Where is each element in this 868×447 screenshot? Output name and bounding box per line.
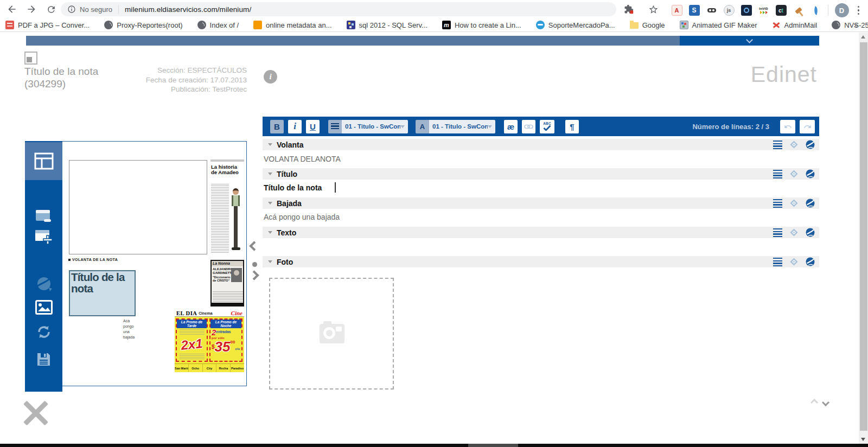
layers-icon[interactable]: [789, 199, 799, 208]
scrollbar-thumb[interactable]: [860, 42, 867, 431]
collapse-triangle-icon[interactable]: [268, 260, 272, 263]
bookmark-item[interactable]: AdminMail: [772, 21, 818, 29]
bookmark-item[interactable]: mHow to create a Lin...: [442, 21, 521, 29]
bookmark-item[interactable]: online metadata an...: [253, 21, 331, 29]
bookmark-star-icon[interactable]: [647, 3, 660, 16]
section-row-texto[interactable]: Texto: [263, 227, 819, 238]
url-text[interactable]: milenium.eldiaservicios.com/milenium/: [125, 5, 251, 14]
scroll-up-icon[interactable]: [861, 35, 865, 39]
collapse-panel-button[interactable]: [680, 36, 819, 46]
bookmarks-overflow-chevron[interactable]: »: [854, 20, 858, 29]
globe-icon[interactable]: [806, 199, 815, 208]
add-window-button[interactable]: [25, 228, 62, 247]
preview-title-box[interactable]: Título de la nota: [69, 270, 136, 316]
pilcrow-button[interactable]: ¶: [565, 120, 579, 133]
refresh-button[interactable]: [25, 322, 62, 342]
character-style-select[interactable]: A 01 - Titulo - SwCond...: [416, 120, 495, 133]
s-extension-icon[interactable]: S: [689, 5, 700, 16]
tools-sidebar: [25, 141, 62, 392]
layers-icon[interactable]: [789, 228, 799, 237]
forward-icon[interactable]: [25, 3, 38, 16]
section-row-titulo[interactable]: Título: [263, 168, 819, 180]
link-button[interactable]: [522, 120, 535, 133]
globe-icon[interactable]: [806, 140, 815, 149]
spellcheck-button[interactable]: ABC: [540, 120, 554, 133]
note-created: Fecha de creación: 17.07.2013: [108, 75, 247, 85]
reload-icon[interactable]: [44, 3, 58, 16]
bookmark-item[interactable]: NVS-25: [832, 21, 868, 29]
address-bar[interactable]: No seguro milenium.eldiaservicios.com/mi…: [61, 2, 616, 16]
bookmark-item[interactable]: sql 2012 - SQL Serv...: [347, 21, 427, 29]
preview-next-icon[interactable]: [249, 270, 259, 280]
pager-up-icon[interactable]: [810, 399, 818, 406]
feather-extension-icon[interactable]: [810, 5, 821, 16]
section-row-volanta[interactable]: Volanta: [263, 139, 819, 150]
undo-button[interactable]: [780, 120, 795, 133]
bajada-content[interactable]: Acá pongo una bajada: [264, 213, 340, 221]
bookmark-item[interactable]: SoporteMercadoPa...: [536, 21, 615, 29]
folder-favicon: [630, 22, 639, 29]
bookmark-item[interactable]: Proxy-Reportes(root): [104, 21, 182, 29]
section-row-bajada[interactable]: Bajada: [263, 197, 819, 209]
row-menu-icon[interactable]: [773, 228, 782, 237]
volanta-content[interactable]: VOLANTA DELANOTA: [264, 155, 341, 163]
page-info-icon[interactable]: [67, 5, 76, 14]
images-button[interactable]: [25, 297, 62, 317]
target-extension-icon[interactable]: [741, 5, 752, 16]
bookmarks-bar: PDF a JPG – Conver... Proxy-Reportes(roo…: [0, 18, 868, 32]
save-button[interactable]: [25, 350, 62, 368]
refresh-icon: [36, 324, 52, 340]
collapse-triangle-icon[interactable]: [268, 143, 272, 146]
page-preview-panel[interactable]: VOLANTA DE LA NOTA Título de la nota Acá…: [62, 141, 247, 386]
globe-icon[interactable]: [806, 228, 815, 237]
paragraph-style-select[interactable]: 01 - Titulo - SwCond...: [328, 120, 408, 133]
layers-icon[interactable]: [789, 257, 799, 266]
page-scrollbar[interactable]: [859, 33, 868, 444]
row-menu-icon[interactable]: [773, 258, 782, 266]
scroll-down-icon[interactable]: [861, 438, 865, 441]
remove-window-button[interactable]: [25, 208, 62, 225]
hammer-extension-icon[interactable]: [793, 5, 804, 16]
publish-web-button[interactable]: [25, 273, 62, 295]
pager-down-icon[interactable]: [822, 399, 829, 406]
row-menu-icon[interactable]: [773, 199, 782, 208]
acrobat-extension-icon[interactable]: A: [672, 5, 682, 16]
globe-icon[interactable]: [806, 169, 815, 178]
collapse-triangle-icon[interactable]: [268, 173, 272, 175]
profile-avatar[interactable]: D: [835, 3, 849, 17]
bookmark-item[interactable]: PDF a JPG – Conver...: [5, 21, 90, 29]
mask-extension-icon[interactable]: [706, 5, 717, 16]
bookmark-item[interactable]: Google: [630, 21, 665, 29]
row-menu-icon[interactable]: [773, 141, 782, 149]
italic-button[interactable]: i: [288, 120, 302, 133]
bold-button[interactable]: B: [270, 120, 284, 133]
info-icon[interactable]: i: [264, 70, 277, 84]
preview-page-dot[interactable]: [252, 262, 257, 267]
section-row-foto[interactable]: Foto: [263, 256, 819, 267]
special-character-button[interactable]: æ: [504, 120, 518, 133]
bookmark-item[interactable]: Animated GIF Maker: [680, 21, 757, 29]
js-extension-icon[interactable]: js: [724, 5, 735, 16]
theater-ad: La Nonna ALEJANDRO GARDINETTI "Diccionar…: [210, 260, 244, 306]
layers-icon[interactable]: [789, 169, 799, 178]
layout-view-button[interactable]: [25, 142, 62, 180]
collapse-triangle-icon[interactable]: [268, 231, 272, 234]
underline-button[interactable]: U: [306, 120, 320, 133]
back-icon[interactable]: [5, 3, 18, 16]
invid-extension-icon[interactable]: InVID: [758, 5, 769, 16]
row-menu-icon[interactable]: [773, 170, 782, 178]
close-button[interactable]: [21, 399, 51, 426]
globe-icon[interactable]: [806, 257, 815, 266]
bookmark-item[interactable]: Index of /: [197, 21, 239, 29]
ct-extension-icon[interactable]: ct: [776, 5, 787, 16]
caret-down-icon: [488, 125, 492, 128]
preview-prev-icon[interactable]: [249, 241, 259, 251]
chrome-menu-icon[interactable]: [856, 6, 862, 15]
redo-button[interactable]: [800, 120, 815, 133]
collapse-triangle-icon[interactable]: [268, 202, 272, 205]
titulo-content[interactable]: Título de la nota: [264, 183, 322, 192]
layers-icon[interactable]: [789, 140, 799, 149]
window-minus-icon: [35, 209, 53, 224]
extension-puzzle-icon[interactable]: [622, 3, 635, 16]
chrome-divider: [828, 5, 828, 16]
